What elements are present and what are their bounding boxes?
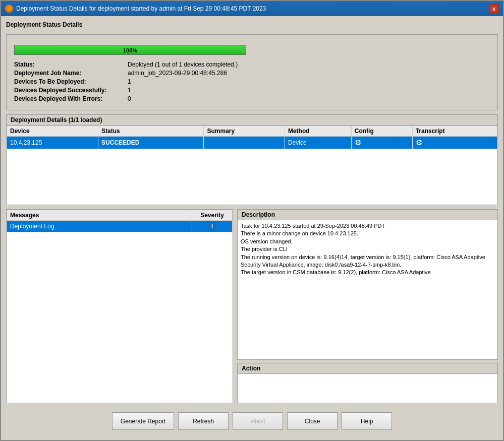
deployment-details-panel: Deployment Details (1/1 loaded) Device S… (6, 114, 498, 205)
deployment-details-table: Device Status Summary Method Config Tran… (7, 125, 497, 149)
cell-status: SUCCEEDED (98, 137, 204, 149)
refresh-button[interactable]: Refresh (178, 412, 229, 430)
description-action-panel: Description Task for 10.4.23.125 started… (237, 209, 498, 403)
progress-bar-wrapper: 100% (14, 45, 246, 55)
help-button[interactable]: Help (342, 412, 392, 430)
devices-success-key: Devices Deployed Successfully: (14, 87, 125, 94)
job-name-val: admin_job_2023-09-29 00:48:45.286 (128, 70, 490, 77)
main-window: Deployment Status Details for deployment… (0, 0, 504, 441)
message-severity: i (192, 221, 233, 232)
section-label: Deployment Status Details (6, 21, 498, 28)
devices-errors-val: 0 (128, 95, 490, 102)
status-val: Deployed (1 out of 1 devices completed.) (128, 61, 490, 68)
col-config: Config (351, 126, 412, 137)
lower-panels: Messages Severity Deployment Log i (6, 209, 498, 403)
progress-label: 100% (15, 45, 246, 55)
status-key: Status: (14, 61, 125, 68)
col-transcript: Transcript (412, 126, 497, 137)
table-row[interactable]: 10.4.23.125 SUCCEEDED Device ⚙ ⚙ (7, 137, 497, 149)
description-panel: Description Task for 10.4.23.125 started… (237, 209, 498, 360)
action-content (238, 374, 497, 403)
deployment-details-table-container[interactable]: Device Status Summary Method Config Tran… (7, 125, 497, 205)
message-text: Deployment Log (7, 221, 192, 232)
window-title: Deployment Status Details for deployment… (16, 5, 266, 12)
cell-config[interactable]: ⚙ (351, 137, 412, 149)
generate-report-button[interactable]: Generate Report (112, 412, 174, 430)
col-summary: Summary (204, 126, 285, 137)
action-panel: Action (237, 363, 498, 403)
col-severity: Severity (192, 210, 233, 221)
description-text[interactable]: Task for 10.4.23.125 started at 29-Sep-2… (238, 220, 497, 359)
status-panel: 100% Status: Deployed (1 out of 1 device… (6, 34, 498, 110)
close-button[interactable]: Close (287, 412, 338, 430)
severity-info-icon: i (208, 222, 216, 230)
col-method: Method (285, 126, 351, 137)
cell-summary (204, 137, 285, 149)
transcript-icon[interactable]: ⚙ (416, 138, 422, 147)
col-device: Device (7, 126, 98, 137)
col-messages: Messages (7, 210, 192, 221)
devices-success-val: 1 (128, 87, 490, 94)
info-grid: Status: Deployed (1 out of 1 devices com… (14, 61, 490, 102)
devices-to-deploy-key: Devices To Be Deployed: (14, 78, 125, 85)
devices-to-deploy-val: 1 (128, 78, 490, 85)
title-bar-left: Deployment Status Details for deployment… (5, 5, 266, 13)
messages-table: Messages Severity Deployment Log i (7, 210, 233, 232)
window-body: Deployment Status Details 100% Status: D… (1, 16, 503, 440)
messages-panel: Messages Severity Deployment Log i (6, 209, 233, 403)
cell-transcript[interactable]: ⚙ (412, 137, 497, 149)
bottom-buttons: Generate Report Refresh Abort Close Help (6, 407, 498, 435)
col-status: Status (98, 126, 204, 137)
title-bar: Deployment Status Details for deployment… (1, 1, 503, 16)
close-window-button[interactable]: x (489, 4, 499, 13)
job-name-key: Deployment Job Name: (14, 70, 125, 77)
progress-container: 100% (14, 45, 490, 55)
cell-device: 10.4.23.125 (7, 137, 98, 149)
messages-header-row: Messages Severity (7, 210, 233, 221)
abort-button[interactable]: Abort (233, 412, 283, 430)
action-header: Action (238, 363, 497, 374)
messages-table-container[interactable]: Messages Severity Deployment Log i (7, 210, 233, 403)
devices-errors-key: Devices Deployed With Errors: (14, 95, 125, 102)
deployment-details-header: Deployment Details (1/1 loaded) (7, 115, 497, 125)
table-header-row: Device Status Summary Method Config Tran… (7, 126, 497, 137)
app-icon (5, 5, 13, 13)
config-icon[interactable]: ⚙ (355, 138, 361, 147)
message-row[interactable]: Deployment Log i (7, 221, 233, 232)
cell-method: Device (285, 137, 351, 149)
description-header: Description (238, 210, 497, 220)
